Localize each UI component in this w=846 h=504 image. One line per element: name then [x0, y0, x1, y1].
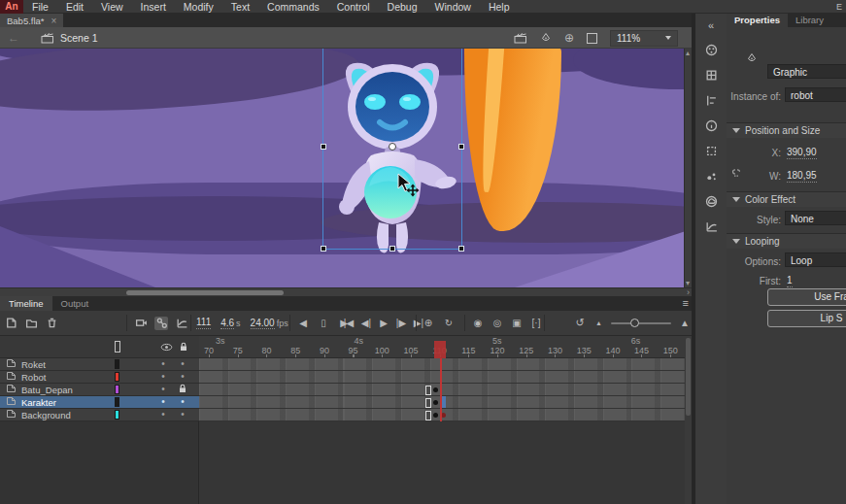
tab-timeline[interactable]: Timeline — [0, 296, 52, 311]
color-icon[interactable] — [701, 42, 721, 58]
layer-karakter[interactable]: Karakter•• — [0, 396, 199, 409]
layer-color-swatch[interactable] — [115, 359, 119, 369]
step-back-icon[interactable]: ◀ — [296, 317, 310, 330]
layer-background[interactable]: Background•• — [0, 409, 199, 421]
selection-handle-bottom-right[interactable] — [458, 246, 464, 252]
edit-multiple-frames-icon[interactable]: ▣ — [510, 317, 524, 330]
layer-color-swatch[interactable] — [115, 410, 119, 420]
workspace-switcher-fragment[interactable]: E — [836, 0, 842, 14]
timeline-zoom-out-icon[interactable]: ▲ — [595, 319, 602, 326]
selection-handle-mid-right[interactable] — [458, 144, 464, 150]
layer-batu_depan[interactable]: Batu_Depan• — [0, 384, 199, 396]
tab-properties[interactable]: Properties — [727, 14, 788, 27]
delete-layer-icon[interactable] — [45, 317, 58, 330]
edit-symbols-icon[interactable] — [540, 32, 552, 44]
panel-menu-icon[interactable]: ≡ — [683, 296, 689, 311]
onion-skin-outlines-icon[interactable]: ◎ — [491, 317, 504, 330]
instance-name-field[interactable]: robot — [785, 87, 846, 102]
prev-keyframe-icon[interactable]: ◀| — [359, 317, 373, 330]
tab-library[interactable]: Library — [788, 14, 831, 27]
menu-insert[interactable]: Insert — [132, 0, 175, 14]
clip-content-icon[interactable] — [587, 33, 597, 44]
keyframe-frame-109[interactable] — [433, 387, 438, 392]
tab-output[interactable]: Output — [52, 296, 98, 311]
layer-color-swatch[interactable] — [115, 372, 119, 382]
scroll-up-icon[interactable]: ▴ — [686, 49, 690, 57]
layer-lock-dot[interactable]: • — [178, 409, 187, 420]
new-layer-icon[interactable] — [4, 317, 17, 330]
selection-bounding-box[interactable] — [322, 49, 462, 250]
new-folder-icon[interactable] — [24, 317, 38, 330]
loop-playback-icon[interactable]: ↻ — [442, 317, 456, 330]
menu-modify[interactable]: Modify — [175, 0, 222, 14]
timeline-vertical-scrollbar[interactable] — [685, 336, 692, 504]
span-end-frame-108[interactable] — [425, 386, 431, 395]
camera-icon[interactable] — [134, 317, 148, 330]
timeline-zoom-slider[interactable] — [611, 322, 671, 324]
brush-library-icon[interactable] — [701, 168, 721, 185]
frames-area[interactable]: 3s4s5s6s 7075808590951001051101151201251… — [199, 336, 685, 504]
menu-commands[interactable]: Commands — [258, 0, 328, 14]
layer-color-swatch[interactable] — [115, 397, 119, 407]
frames-row-roket[interactable] — [199, 358, 685, 371]
center-frame-icon[interactable]: ⊕ — [422, 317, 435, 330]
frames-row-background[interactable] — [199, 409, 685, 421]
keyframe-frame-109[interactable] — [433, 413, 438, 418]
edit-scene-icon[interactable] — [514, 32, 527, 44]
layer-name[interactable]: Roket — [21, 359, 46, 370]
swatches-icon[interactable] — [701, 67, 721, 84]
layer-roket[interactable]: Roket•• — [0, 358, 199, 371]
go-first-frame-icon[interactable]: |◀ — [342, 317, 355, 330]
cc-libraries-icon[interactable] — [701, 193, 721, 210]
menu-edit[interactable]: Edit — [57, 0, 92, 14]
current-frame-number[interactable]: 111 — [196, 317, 211, 329]
frames-row-robot[interactable] — [199, 371, 685, 384]
layer-lock-dot[interactable]: • — [178, 396, 187, 408]
align-icon[interactable] — [701, 92, 721, 109]
frames-row-batu_depan[interactable] — [199, 384, 685, 396]
loop-options-dropdown[interactable]: Loop — [785, 252, 846, 267]
layer-visibility-dot[interactable]: • — [158, 396, 168, 408]
menu-debug[interactable]: Debug — [379, 0, 426, 14]
span-end-frame-108[interactable] — [425, 411, 431, 420]
first-frame-value[interactable]: 1 — [787, 275, 793, 287]
layer-name[interactable]: Batu_Depan — [21, 385, 73, 395]
next-keyframe-icon[interactable]: |▶ — [394, 317, 408, 330]
section-position-and-size[interactable]: Position and Size — [727, 122, 846, 138]
layer-visibility-dot[interactable]: • — [158, 384, 168, 395]
selection-handle-mid-left[interactable] — [321, 144, 326, 150]
layer-visibility-dot[interactable]: • — [158, 358, 168, 370]
menu-view[interactable]: View — [92, 0, 132, 14]
keyframe-frame-109[interactable] — [433, 400, 438, 405]
layer-lock-icon[interactable] — [178, 384, 187, 396]
menu-file[interactable]: File — [23, 0, 57, 14]
motion-editor-icon[interactable] — [701, 218, 721, 235]
layer-lock-dot[interactable]: • — [178, 358, 187, 370]
use-frame-picker-button[interactable]: Use Fra — [767, 288, 846, 306]
play-icon[interactable]: ▶ — [377, 317, 390, 330]
timeline-zoom-in-icon[interactable]: ▲ — [680, 318, 690, 328]
selection-handle-bottom-left[interactable] — [321, 246, 326, 252]
frame-rate[interactable]: 24.00 — [251, 318, 275, 329]
section-color-effect[interactable]: Color Effect — [727, 191, 846, 207]
layer-lock-dot[interactable]: • — [178, 371, 187, 383]
show-hide-all-layers-icon[interactable] — [160, 343, 173, 352]
layer-name[interactable]: Robot — [21, 372, 46, 383]
layer-visibility-dot[interactable]: • — [158, 409, 168, 420]
stage-vertical-scrollbar[interactable]: ▴ ▾ — [684, 49, 692, 287]
selection-handle-bottom-mid[interactable] — [389, 246, 395, 252]
playhead-marker[interactable] — [434, 341, 446, 358]
lock-all-layers-icon[interactable] — [180, 342, 187, 352]
modify-onion-markers-icon[interactable]: [·] — [529, 317, 543, 330]
center-stage-icon[interactable]: ⊕ — [564, 31, 574, 45]
scene-breadcrumb[interactable]: Scene 1 — [60, 32, 98, 44]
reset-timeline-zoom-icon[interactable]: ↺ — [573, 317, 587, 330]
menu-control[interactable]: Control — [328, 0, 379, 14]
collapse-icon[interactable]: « — [701, 17, 721, 33]
lip-syncing-button[interactable]: Lip S — [767, 310, 846, 327]
transformation-point[interactable] — [389, 143, 396, 151]
stage-horizontal-scrollbar[interactable]: › — [0, 287, 692, 296]
elapsed-time[interactable]: 4.6 — [220, 318, 234, 329]
layer-visibility-dot[interactable]: • — [158, 371, 168, 383]
scroll-down-icon[interactable]: ▾ — [686, 279, 690, 287]
